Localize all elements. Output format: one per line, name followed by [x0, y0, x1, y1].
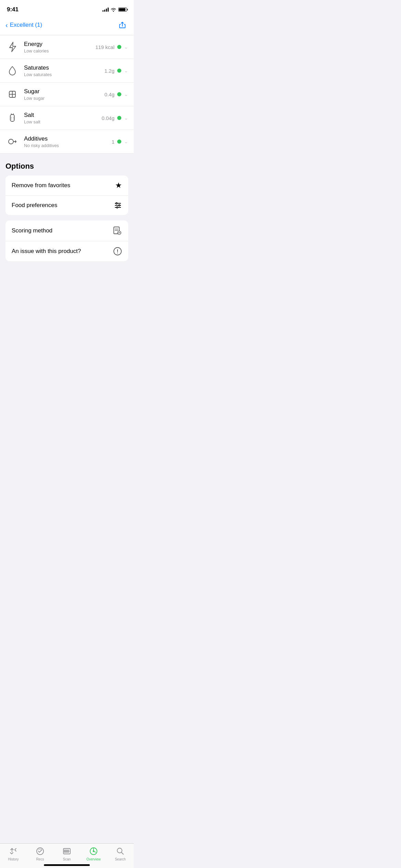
- nutrient-row-saturates[interactable]: Saturates Low saturates 1.2g ⌄: [0, 59, 134, 83]
- issue-row[interactable]: An issue with this product?: [5, 241, 128, 261]
- scorecard-icon: [112, 226, 122, 236]
- saturates-status-dot: [117, 69, 121, 73]
- svg-point-15: [116, 203, 117, 204]
- saturates-name: Saturates: [24, 64, 105, 71]
- additives-name: Additives: [24, 135, 112, 142]
- additives-status-dot: [117, 140, 121, 144]
- energy-sub: Low calories: [24, 48, 95, 53]
- additives-icon: [5, 135, 19, 148]
- additives-info: Additives No risky additives: [24, 135, 112, 148]
- energy-value-area: 119 kcal ⌄: [95, 44, 128, 50]
- food-preferences-label: Food preferences: [12, 202, 57, 209]
- energy-name: Energy: [24, 41, 95, 48]
- sugar-value-area: 0.4g ⌄: [105, 92, 128, 97]
- additives-chevron: ⌄: [124, 139, 128, 144]
- svg-rect-3: [10, 114, 14, 121]
- share-icon: [119, 21, 126, 29]
- salt-value: 0.04g: [101, 115, 114, 121]
- exclamation-icon: [113, 247, 122, 256]
- status-time: 9:41: [7, 6, 19, 13]
- energy-value: 119 kcal: [95, 44, 114, 50]
- energy-info: Energy Low calories: [24, 41, 95, 53]
- salt-value-area: 0.04g ⌄: [101, 115, 128, 121]
- sugar-icon: [5, 87, 19, 101]
- svg-point-26: [117, 253, 118, 253]
- saturates-info: Saturates Low saturates: [24, 64, 105, 77]
- nutrient-row-additives[interactable]: Additives No risky additives 1 ⌄: [0, 130, 134, 154]
- options-title: Options: [5, 162, 128, 171]
- issue-label: An issue with this product?: [12, 248, 81, 255]
- wifi-icon: [111, 8, 116, 12]
- status-icons: [102, 8, 127, 12]
- share-button[interactable]: [117, 19, 128, 31]
- svg-point-16: [119, 205, 120, 206]
- nutrients-list: Energy Low calories 119 kcal ⌄ Saturates…: [0, 35, 134, 154]
- saturates-value: 1.2g: [105, 68, 114, 74]
- energy-chevron: ⌄: [124, 44, 128, 50]
- svg-point-4: [11, 117, 12, 118]
- saturates-icon: [5, 64, 19, 77]
- additives-value: 1: [112, 139, 114, 145]
- salt-chevron: ⌄: [124, 115, 128, 121]
- remove-favorites-row[interactable]: Remove from favorites ★: [5, 176, 128, 196]
- scoring-method-label: Scoring method: [12, 227, 52, 234]
- nutrient-row-energy[interactable]: Energy Low calories 119 kcal ⌄: [0, 35, 134, 59]
- remove-favorites-label: Remove from favorites: [12, 182, 70, 189]
- battery-icon: [118, 8, 127, 12]
- sugar-chevron: ⌄: [124, 92, 128, 97]
- svg-point-17: [117, 207, 118, 208]
- saturates-sub: Low saturates: [24, 72, 105, 77]
- signal-icon: [102, 8, 109, 12]
- energy-status-dot: [117, 45, 121, 49]
- saturates-value-area: 1.2g ⌄: [105, 68, 128, 74]
- sliders-icon: [114, 201, 122, 209]
- salt-icon: [5, 111, 19, 125]
- status-bar: 9:41: [0, 0, 134, 16]
- svg-point-6: [11, 119, 12, 119]
- scoring-method-row[interactable]: Scoring method: [5, 220, 128, 241]
- options-card-2: Scoring method An issue with this produc…: [5, 220, 128, 261]
- salt-name: Salt: [24, 112, 101, 119]
- sugar-info: Sugar Low sugar: [24, 88, 105, 101]
- salt-sub: Low salt: [24, 119, 101, 124]
- sugar-value: 0.4g: [105, 92, 114, 97]
- salt-info: Salt Low salt: [24, 112, 101, 124]
- nutrient-row-sugar[interactable]: Sugar Low sugar 0.4g ⌄: [0, 83, 134, 106]
- saturates-chevron: ⌄: [124, 68, 128, 73]
- nutrient-row-salt[interactable]: Salt Low salt 0.04g ⌄: [0, 106, 134, 130]
- back-label: Excellent (1): [10, 22, 42, 28]
- svg-point-7: [13, 119, 14, 119]
- energy-icon: [5, 40, 19, 54]
- additives-sub: No risky additives: [24, 143, 112, 148]
- food-preferences-row[interactable]: Food preferences: [5, 196, 128, 215]
- svg-point-8: [9, 139, 13, 144]
- svg-point-5: [13, 117, 14, 118]
- star-icon: ★: [115, 181, 122, 190]
- additives-value-area: 1 ⌄: [112, 139, 128, 145]
- sugar-status-dot: [117, 92, 121, 96]
- back-button[interactable]: ‹ Excellent (1): [5, 21, 42, 29]
- options-section: Options Remove from favorites ★ Food pre…: [0, 154, 134, 306]
- back-chevron-icon: ‹: [5, 21, 8, 29]
- salt-status-dot: [117, 116, 121, 120]
- sugar-sub: Low sugar: [24, 96, 105, 101]
- options-card-1: Remove from favorites ★ Food preferences: [5, 176, 128, 215]
- sugar-name: Sugar: [24, 88, 105, 95]
- nav-bar: ‹ Excellent (1): [0, 16, 134, 35]
